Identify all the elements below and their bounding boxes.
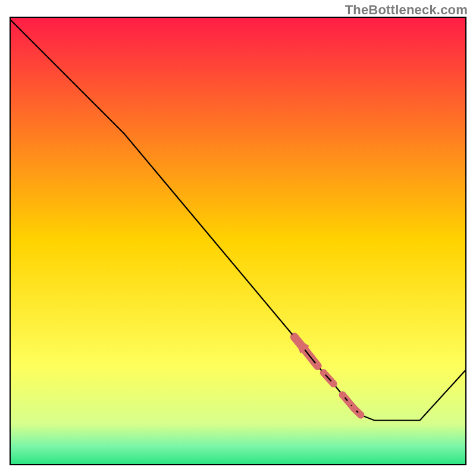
data-point — [330, 380, 337, 387]
data-point — [321, 369, 327, 375]
plot-area — [10, 17, 466, 465]
data-point — [339, 392, 346, 399]
watermark-text: TheBottleneck.com — [345, 2, 468, 18]
data-point — [314, 362, 321, 369]
data-point — [299, 343, 305, 349]
data-point — [346, 400, 352, 406]
data-point — [357, 412, 364, 419]
data-point — [292, 334, 298, 340]
data-point — [350, 405, 358, 412]
chart-container: TheBottleneck.com — [0, 0, 476, 476]
chart-svg — [11, 18, 465, 464]
bottleneck-curve — [11, 20, 465, 421]
